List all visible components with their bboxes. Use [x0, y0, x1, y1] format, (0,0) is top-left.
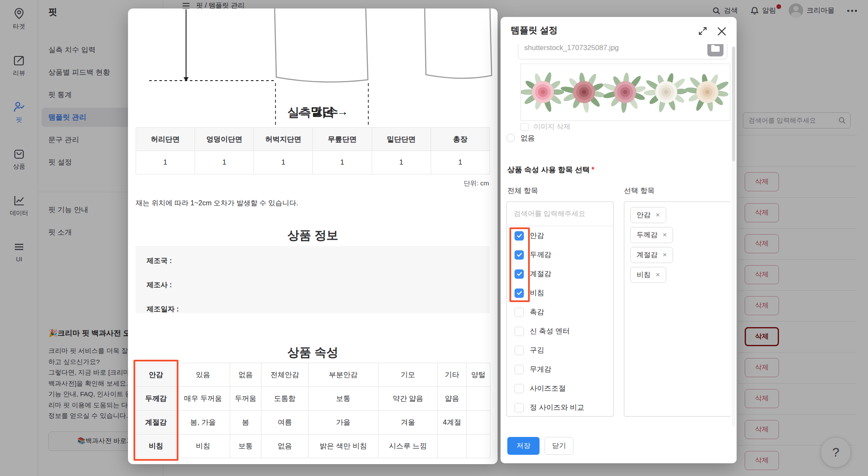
- panel-scrollbar[interactable]: [732, 47, 735, 427]
- measurement-preview-modal: ← 밑단 → 실측 치수 허리단면엉덩이단면허벅지단면무릎단면밑단단면총장 11…: [128, 8, 498, 464]
- attribute-option[interactable]: 안감: [507, 226, 613, 245]
- measure-col-header: 총장: [431, 128, 490, 151]
- attribute-option-label: 정 사이즈와 비교: [530, 403, 584, 412]
- template-image-preview: [520, 64, 730, 121]
- image-none-option[interactable]: 없음: [506, 132, 535, 143]
- attribute-option-label: 안감: [530, 231, 544, 241]
- checkbox-unchecked[interactable]: [515, 308, 524, 317]
- required-mark: *: [591, 165, 594, 174]
- attribute-value-cell: 봄: [230, 411, 262, 434]
- image-upload-button[interactable]: [707, 44, 723, 56]
- attribute-value-cell: [438, 434, 467, 458]
- attribute-option[interactable]: 정 사이즈와 비교: [507, 398, 613, 417]
- attribute-value-cell: 부분안감: [309, 363, 378, 387]
- measure-value: 1: [136, 151, 195, 174]
- save-button[interactable]: 저장: [507, 437, 540, 455]
- attribute-value-cell: 보통: [230, 434, 262, 458]
- checkbox-unchecked[interactable]: [515, 346, 524, 355]
- attribute-option[interactable]: 촉감: [507, 302, 613, 322]
- measure-table: 허리단면엉덩이단면허벅지단면무릎단면밑단단면총장 111111: [136, 127, 490, 174]
- attribute-row: 안감있음없음전체안감부분안감기모기타양털: [136, 363, 490, 387]
- attribute-option-label: 구김: [530, 345, 544, 355]
- measure-col-header: 허벅지단면: [254, 128, 313, 151]
- attribute-option[interactable]: 사이즈조절: [507, 379, 613, 398]
- panel-title: 템플릿 설정: [511, 24, 558, 36]
- attribute-value-cell: 시스루 느낌: [378, 434, 438, 458]
- attribute-value-cell: [467, 434, 490, 458]
- attribute-search-placeholder: 검색어를 입력해주세요: [514, 209, 586, 218]
- radio-unselected[interactable]: [506, 134, 515, 142]
- image-filename-input[interactable]: shutterstock_1707325087.jpg: [518, 44, 727, 59]
- tag-remove-icon[interactable]: ×: [663, 251, 667, 259]
- section-title-text: 상품 속성 사용 항목 선택: [507, 165, 590, 174]
- checkbox-checked[interactable]: [515, 269, 524, 279]
- selected-tag: 안감×: [630, 207, 666, 223]
- folder-icon: [711, 45, 720, 52]
- attribute-value-cell: 밝은 색만 비침: [309, 434, 378, 458]
- attribute-value-cell: 있음: [176, 363, 230, 387]
- close-button[interactable]: 닫기: [545, 437, 573, 455]
- scrollbar-thumb[interactable]: [732, 47, 735, 161]
- attribute-value-cell: 전체안감: [262, 363, 309, 387]
- measure-col-header: 밑단단면: [372, 128, 431, 151]
- attribute-value-cell: 얇음: [438, 387, 467, 411]
- attribute-value-cell: 약간 얇음: [378, 387, 438, 411]
- attribute-value-cell: 겨울: [378, 411, 438, 434]
- attribute-search-input[interactable]: 검색어를 입력해주세요: [507, 202, 613, 226]
- attribute-value-cell: 없음: [230, 363, 262, 387]
- info-field: 제조일자 :: [147, 305, 179, 314]
- selected-items-listbox: 안감×두께감×계절감×비침×: [624, 202, 731, 417]
- attribute-option[interactable]: 두께감: [507, 245, 613, 264]
- attribute-value-cell: 양털: [467, 363, 490, 387]
- attribute-option[interactable]: 신 축성 엔터: [507, 322, 613, 341]
- image-delete-option[interactable]: 이미지 삭제: [520, 121, 570, 132]
- attribute-option[interactable]: 비침: [507, 283, 613, 302]
- attribute-select-section-title: 상품 속성 사용 항목 선택*: [507, 165, 594, 175]
- checkbox-checked[interactable]: [515, 231, 524, 241]
- attribute-row-header: 비침: [136, 434, 176, 458]
- info-field: 제조국 :: [147, 256, 172, 266]
- checkbox-unchecked[interactable]: [515, 403, 524, 412]
- image-none-label: 없음: [520, 133, 535, 143]
- info-field: 제조사 :: [147, 280, 172, 290]
- measure-value: 1: [431, 151, 490, 174]
- panel-scroll-area[interactable]: shutterstock_1707325087.jpg 이미지 삭제 없음: [501, 44, 731, 431]
- selected-tag: 계절감×: [630, 247, 673, 263]
- attribute-value-cell: 4계절: [438, 411, 467, 434]
- attribute-value-cell: 기모: [378, 363, 438, 387]
- attribute-option-label: 계절감: [530, 269, 551, 279]
- attribute-option-label: 촉감: [530, 307, 544, 317]
- all-items-label: 전체 항목: [507, 186, 538, 196]
- tag-remove-icon[interactable]: ×: [656, 271, 660, 279]
- tag-remove-icon[interactable]: ×: [663, 231, 667, 239]
- attribute-option-label: 사이즈조절: [530, 384, 566, 393]
- app: 타겟 리뷰 핏 상품 데이터: [0, 0, 868, 476]
- selected-items-label: 선택 항목: [624, 186, 655, 196]
- attribute-option[interactable]: 무게감: [507, 360, 613, 379]
- checkbox-unchecked[interactable]: [520, 123, 529, 131]
- selected-tag-label: 안감: [637, 210, 651, 220]
- measure-col-header: 허리단면: [136, 128, 195, 151]
- attribute-value-cell: 도톰함: [262, 387, 309, 411]
- attribute-option[interactable]: 계절감: [507, 264, 613, 283]
- image-delete-label: 이미지 삭제: [534, 122, 570, 132]
- checkbox-unchecked[interactable]: [515, 327, 524, 336]
- checkbox-checked[interactable]: [515, 288, 524, 298]
- product-info-box: 제조국 : 제조사 : 제조일자 :: [136, 246, 490, 313]
- expand-icon[interactable]: [697, 25, 709, 37]
- attribute-value-cell: [467, 411, 490, 434]
- attribute-option[interactable]: 구김: [507, 341, 613, 360]
- selected-tag-label: 비침: [637, 270, 651, 280]
- measure-section-title: 실측 치수: [128, 104, 498, 120]
- checkbox-checked[interactable]: [515, 250, 524, 260]
- checkbox-unchecked[interactable]: [515, 365, 524, 374]
- attribute-value-cell: 봄, 가을: [176, 411, 230, 434]
- attribute-row: 두께감매우 두꺼움두꺼움도톰함보통약간 얇음얇음: [136, 387, 490, 411]
- close-icon[interactable]: [715, 25, 727, 37]
- measure-col-header: 무릎단면: [313, 128, 372, 151]
- flower-bouquets-image: [521, 64, 729, 120]
- measure-col-header: 엉덩이단면: [195, 128, 254, 151]
- attribute-row-header: 안감: [136, 363, 176, 387]
- tag-remove-icon[interactable]: ×: [656, 211, 660, 219]
- checkbox-unchecked[interactable]: [515, 384, 524, 393]
